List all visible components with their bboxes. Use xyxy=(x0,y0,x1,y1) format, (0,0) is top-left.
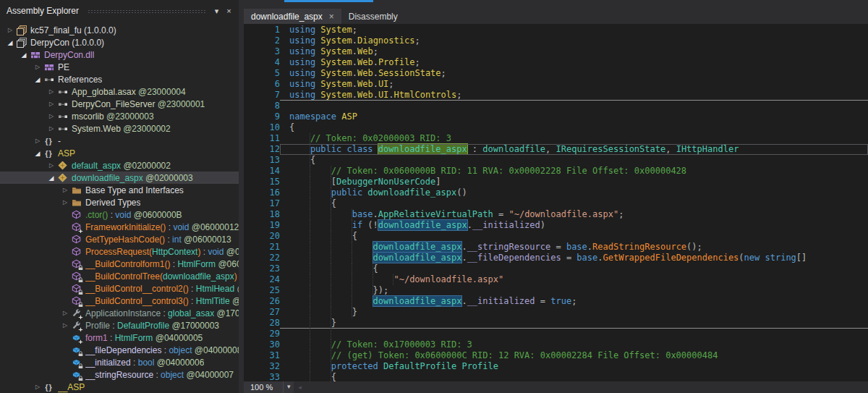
expander-collapsed-icon[interactable]: ▷ xyxy=(59,322,71,329)
tree-row[interactable]: ◢DerpyCon (1.0.0.0) xyxy=(0,36,239,48)
tree-row[interactable]: FrameworkInitialize() : void @06000012 xyxy=(0,221,239,233)
tree-row-label: Base Type and Interfaces xyxy=(85,185,184,195)
code-line[interactable]: 24"~/downloadfile.aspx" xyxy=(244,274,868,285)
code-line[interactable]: 23{ xyxy=(244,263,868,274)
code-line[interactable]: 27} xyxy=(244,307,868,318)
indent-guide xyxy=(352,253,373,263)
code-line[interactable]: 19if (!downloadfile_aspx.__initialized) xyxy=(244,220,868,231)
code-line[interactable]: 14// Token: 0x0600000B RID: 11 RVA: 0x00… xyxy=(244,166,868,177)
code-line[interactable]: 1using System; xyxy=(244,25,868,35)
zoom-chevron-down-icon[interactable]: ▾ xyxy=(283,381,294,393)
tree-row[interactable]: ▷{}- xyxy=(0,135,239,147)
code-line[interactable]: 20{ xyxy=(244,231,868,242)
tree-row[interactable]: ▷default_aspx @02000002 xyxy=(0,159,239,172)
expander-collapsed-icon[interactable]: ▷ xyxy=(59,199,71,206)
tree-row[interactable]: __BuildControlTree(downloadfile_aspx) : xyxy=(0,270,239,282)
tree-row[interactable]: ◢downloadfile_aspx @02000003 xyxy=(0,172,239,184)
expander-collapsed-icon[interactable]: ▷ xyxy=(46,162,57,169)
tree-row[interactable]: ▷PE xyxy=(0,61,239,73)
tree-row[interactable]: __fileDependencies : object @04000008 xyxy=(0,344,239,356)
tree-row[interactable]: ▷System.Web @23000002 xyxy=(0,122,239,135)
tree-row[interactable]: ▷Profile : DefaultProfile @17000003 xyxy=(0,319,239,331)
code-line[interactable]: 25}); xyxy=(244,285,868,296)
code-line[interactable]: 11// Token: 0x02000003 RID: 3 xyxy=(244,133,868,144)
tree-row[interactable]: __stringResource : object @04000007 xyxy=(0,368,239,381)
horizontal-scrollbar[interactable] xyxy=(302,381,868,393)
expander-collapsed-icon[interactable]: ▷ xyxy=(59,187,71,193)
code-line[interactable]: 12public class downloadfile_aspx : downl… xyxy=(244,144,868,155)
tree-row[interactable]: ▷Derived Types xyxy=(0,196,239,208)
tree-row[interactable]: ProcessRequest(HttpContext) : void @06 xyxy=(0,245,239,258)
indent-guide xyxy=(310,231,331,242)
expander-collapsed-icon[interactable]: ▷ xyxy=(32,138,43,144)
code-line[interactable]: 22downloadfile_aspx.__fileDependencies =… xyxy=(244,253,868,263)
tree-row[interactable]: ◢References xyxy=(0,73,239,85)
code-line[interactable]: 32protected DefaultProfile Profile xyxy=(244,361,868,372)
tree-row[interactable]: ◢DerpyCon.dll xyxy=(0,48,239,61)
reference-icon xyxy=(57,111,68,122)
code-line[interactable]: 6using System.Web.UI; xyxy=(244,79,868,90)
tree-row[interactable]: ▷Base Type and Interfaces xyxy=(0,184,239,196)
tree-row[interactable]: __BuildControl__control3() : HtmlTitle @ xyxy=(0,295,239,307)
tab-downloadfile-aspx[interactable]: downloadfile_aspx× xyxy=(244,9,341,24)
code-line[interactable]: 26downloadfile_aspx.__initialized = true… xyxy=(244,296,868,307)
code-line[interactable]: 17{ xyxy=(244,198,868,209)
code-line[interactable]: 29 xyxy=(244,329,868,339)
tree-row[interactable]: __initialized : bool @04000006 xyxy=(0,356,239,368)
tree-row[interactable]: __BuildControl__control2() : HtmlHead @0 xyxy=(0,282,239,295)
code-line[interactable]: 21downloadfile_aspx.__stringResource = b… xyxy=(244,242,868,253)
expander-collapsed-icon[interactable]: ▷ xyxy=(46,113,57,119)
code-line[interactable]: 8 xyxy=(244,101,868,111)
tree-row[interactable]: .ctor() : void @0600000B xyxy=(0,208,239,221)
code-line[interactable]: 5using System.Web.SessionState; xyxy=(244,68,868,79)
indent-guide xyxy=(289,187,310,198)
code-line[interactable]: 13{ xyxy=(244,155,868,166)
tree-row[interactable]: ▷ApplicationInstance : global_asax @1700 xyxy=(0,307,239,319)
tree-row[interactable]: ▷kc57_final_fu (1.0.0.0) xyxy=(0,24,239,36)
tree-row[interactable]: ▷mscorlib @23000003 xyxy=(0,110,239,122)
code-editor[interactable]: 1using System;2using System.Diagnostics;… xyxy=(244,24,868,381)
expander-expanded-icon[interactable]: ◢ xyxy=(32,76,43,83)
expander-collapsed-icon[interactable]: ▷ xyxy=(46,125,57,132)
tree-row-label: __BuildControl__control3() : HtmlTitle @ xyxy=(85,296,239,306)
tree-row[interactable]: ◢{}ASP xyxy=(0,147,239,159)
expander-expanded-icon[interactable]: ◢ xyxy=(32,150,43,157)
zoom-level-select[interactable]: 100 % ▾ xyxy=(244,381,294,393)
code-line[interactable]: 33{ xyxy=(244,372,868,381)
code-line[interactable]: 18base.AppRelativeVirtualPath = "~/downl… xyxy=(244,209,868,220)
expander-expanded-icon[interactable]: ◢ xyxy=(4,39,16,46)
expander-collapsed-icon[interactable]: ▷ xyxy=(4,27,16,33)
code-line[interactable]: 30// Token: 0x17000003 RID: 3 xyxy=(244,339,868,350)
code-line[interactable]: 10{ xyxy=(244,122,868,133)
tab-label: Disassembly xyxy=(349,12,398,22)
expander-expanded-icon[interactable]: ◢ xyxy=(46,174,57,182)
code-line[interactable]: 3using System.Web; xyxy=(244,46,868,57)
tree-row[interactable]: form1 : HtmlForm @04000005 xyxy=(0,331,239,344)
tree-row[interactable]: ▷{}__ASP xyxy=(0,381,239,393)
tree-row[interactable]: ▷App_global.asax @23000004 xyxy=(0,85,239,98)
code-line[interactable]: 31// (get) Token: 0x0600000C RID: 12 RVA… xyxy=(244,350,868,361)
panel-drag-grip[interactable] xyxy=(88,9,206,14)
tab-close-icon[interactable]: × xyxy=(329,12,334,21)
tab-disassembly[interactable]: Disassembly xyxy=(341,9,405,24)
tree-row[interactable]: __BuildControlform1() : HtmlForm @060 xyxy=(0,258,239,270)
indent-guide xyxy=(331,307,352,318)
code-line[interactable]: 28} xyxy=(244,318,868,329)
expander-collapsed-icon[interactable]: ▷ xyxy=(32,64,43,70)
code-line[interactable]: 2using System.Diagnostics; xyxy=(244,35,868,46)
code-line[interactable]: 16public downloadfile_aspx() xyxy=(244,187,868,198)
code-line[interactable]: 15[DebuggerNonUserCode] xyxy=(244,177,868,187)
tree-row[interactable]: ▷DerpyCon_FileServer @23000001 xyxy=(0,98,239,110)
expander-collapsed-icon[interactable]: ▷ xyxy=(46,88,57,95)
expander-collapsed-icon[interactable]: ▷ xyxy=(32,384,43,390)
expander-expanded-icon[interactable]: ◢ xyxy=(18,51,30,59)
tree-row[interactable]: GetTypeHashCode() : int @06000013 xyxy=(0,233,239,245)
panel-splitter[interactable] xyxy=(239,0,244,393)
panel-close-icon[interactable]: × xyxy=(223,5,235,17)
expander-collapsed-icon[interactable]: ▷ xyxy=(46,101,57,107)
code-line[interactable]: 4using System.Web.Profile; xyxy=(244,57,868,68)
panel-menu-chevron-down-icon[interactable]: ▾ xyxy=(210,5,223,17)
code-line[interactable]: 9namespace ASP xyxy=(244,111,868,122)
code-line[interactable]: 7using System.Web.UI.HtmlControls; xyxy=(244,90,868,101)
expander-collapsed-icon[interactable]: ▷ xyxy=(59,310,71,316)
